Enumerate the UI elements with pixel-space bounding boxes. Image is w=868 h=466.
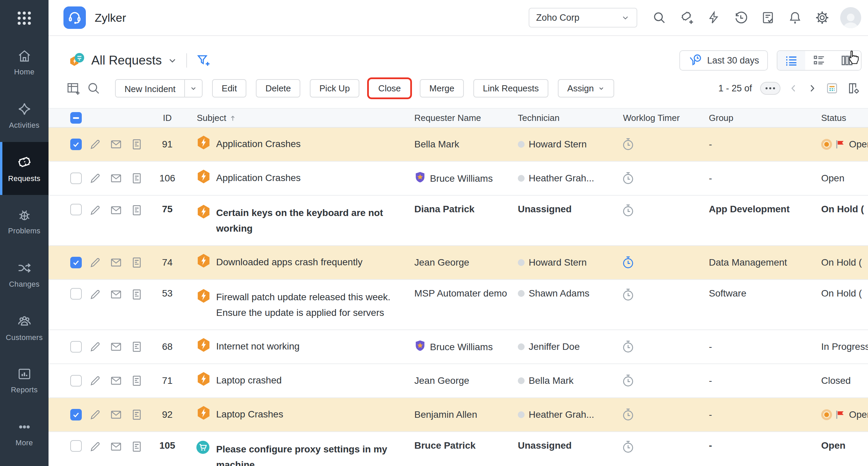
new-incident-dropdown[interactable] <box>184 80 202 97</box>
table-row[interactable]: 91 Application Crashes Bella Mark Howard… <box>49 128 868 162</box>
settings-icon[interactable] <box>814 10 830 25</box>
sidebar-item-requests[interactable]: Requests <box>0 142 49 195</box>
notes-icon[interactable] <box>130 374 143 387</box>
row-checkbox[interactable] <box>70 409 82 420</box>
table-row[interactable]: 106 Application Crashes Bruce Williams H… <box>49 162 868 196</box>
row-checkbox[interactable] <box>70 288 82 300</box>
table-row[interactable]: 105 Please configure proxy settings in m… <box>49 432 868 466</box>
edit-icon[interactable] <box>89 288 101 301</box>
edit-icon[interactable] <box>89 256 101 269</box>
row-checkbox[interactable] <box>70 139 82 150</box>
worklog-timer-icon[interactable] <box>621 374 635 388</box>
merge-button[interactable]: Merge <box>420 79 464 97</box>
worklog-timer-icon[interactable] <box>621 440 635 454</box>
send-email-icon[interactable] <box>110 408 122 421</box>
sidebar-item-problems[interactable]: Problems <box>0 195 49 248</box>
edit-button[interactable]: Edit <box>212 79 246 97</box>
page-title[interactable]: All Requests <box>91 53 162 68</box>
notes-icon[interactable] <box>130 172 143 185</box>
date-filter-button[interactable]: Last 30 days <box>679 50 768 71</box>
request-subject-link[interactable]: Application Crashes <box>216 170 301 186</box>
notes-icon[interactable] <box>130 408 143 421</box>
notes-icon[interactable] <box>130 256 143 269</box>
table-search-icon[interactable] <box>86 81 101 95</box>
send-email-icon[interactable] <box>110 256 122 269</box>
add-ticket-icon[interactable] <box>679 10 694 25</box>
link-requests-button[interactable]: Link Requests <box>473 79 548 97</box>
column-header-id[interactable]: ID <box>156 113 178 123</box>
column-header-status[interactable]: Status <box>821 113 846 123</box>
board-view-toggle[interactable] <box>833 51 861 70</box>
notes-icon[interactable] <box>130 204 143 217</box>
feedback-icon[interactable] <box>760 10 776 25</box>
send-email-icon[interactable] <box>110 288 122 301</box>
sidebar-item-home[interactable]: Home <box>0 36 49 89</box>
request-subject-link[interactable]: Please configure proxy settings in mymac… <box>216 442 387 466</box>
row-checkbox[interactable] <box>70 173 82 184</box>
table-row[interactable]: 71 Laptop crashed Jean George Bella Mark… <box>49 364 868 398</box>
worklog-timer-icon[interactable] <box>621 172 635 185</box>
notes-icon[interactable] <box>130 440 143 453</box>
column-header-group[interactable]: Group <box>709 113 733 123</box>
worklog-timer-icon[interactable] <box>621 138 635 151</box>
filter-add-icon[interactable] <box>196 53 211 68</box>
prev-page-icon[interactable] <box>789 83 799 93</box>
send-email-icon[interactable] <box>110 340 122 353</box>
view-chevron-down-icon[interactable] <box>167 55 177 66</box>
table-row[interactable]: 92 Laptop Crashes Benjamin Allen Heather… <box>49 398 868 432</box>
row-checkbox[interactable] <box>70 204 82 215</box>
sidebar-item-activities[interactable]: Activities <box>0 89 49 142</box>
row-checkbox[interactable] <box>70 440 82 452</box>
send-email-icon[interactable] <box>110 172 122 185</box>
notifications-icon[interactable] <box>787 10 803 25</box>
edit-icon[interactable] <box>89 374 101 387</box>
close-button[interactable]: Close <box>369 79 410 97</box>
bolt-icon[interactable] <box>706 10 721 25</box>
org-selector[interactable]: Zoho Corp <box>529 8 637 28</box>
worklog-timer-icon[interactable] <box>621 340 635 354</box>
apps-grid-icon[interactable] <box>0 0 49 36</box>
row-checkbox[interactable] <box>70 341 82 353</box>
request-subject-link[interactable]: Certain keys on the keyboard are notwork… <box>216 205 383 236</box>
notes-icon[interactable] <box>130 340 143 353</box>
sidebar-item-customers[interactable]: Customers <box>0 301 49 354</box>
notes-icon[interactable] <box>130 138 143 151</box>
headset-logo-icon[interactable] <box>63 6 86 29</box>
edit-icon[interactable] <box>89 204 101 217</box>
notes-icon[interactable] <box>130 288 143 301</box>
next-page-icon[interactable] <box>807 83 817 93</box>
column-settings-icon[interactable] <box>847 82 861 95</box>
column-header-worklog-timer[interactable]: Worklog Timer <box>623 113 680 123</box>
edit-icon[interactable] <box>89 340 101 353</box>
user-avatar[interactable] <box>840 7 861 28</box>
worklog-timer-icon[interactable] <box>621 288 635 302</box>
request-subject-link[interactable]: Firewall patch update released this week… <box>216 289 391 321</box>
table-row[interactable]: 53 Firewall patch update released this w… <box>49 280 868 330</box>
pickup-button[interactable]: Pick Up <box>310 79 359 97</box>
select-all-checkbox[interactable] <box>70 112 82 124</box>
column-header-technician[interactable]: Technician <box>518 113 560 123</box>
request-subject-link[interactable]: Laptop crashed <box>216 373 282 388</box>
table-row[interactable]: 68 Internet not working Bruce Williams J… <box>49 330 868 364</box>
send-email-icon[interactable] <box>110 374 122 387</box>
table-row[interactable]: 74 Downloaded apps crash frequently Jean… <box>49 246 868 280</box>
edit-icon[interactable] <box>89 172 101 185</box>
table-row[interactable]: 75 Certain keys on the keyboard are notw… <box>49 196 868 246</box>
request-subject-link[interactable]: Application Crashes <box>216 136 301 152</box>
delete-button[interactable]: Delete <box>256 79 300 97</box>
worklog-timer-icon[interactable] <box>621 204 635 217</box>
card-view-toggle[interactable] <box>805 51 833 70</box>
request-subject-link[interactable]: Internet not working <box>216 339 300 354</box>
assign-button[interactable]: Assign <box>558 79 614 97</box>
summary-view-icon[interactable] <box>825 82 839 95</box>
list-view-toggle[interactable] <box>777 51 805 70</box>
row-checkbox[interactable] <box>70 375 82 387</box>
column-header-subject[interactable]: Subject <box>197 113 237 123</box>
worklog-timer-icon[interactable] <box>621 408 635 422</box>
edit-icon[interactable] <box>89 408 101 421</box>
history-icon[interactable] <box>733 10 749 25</box>
pagination-total-ellipsis[interactable] <box>760 82 780 95</box>
request-subject-link[interactable]: Downloaded apps crash frequently <box>216 254 362 270</box>
request-subject-link[interactable]: Laptop Crashes <box>216 407 283 422</box>
send-email-icon[interactable] <box>110 138 122 151</box>
